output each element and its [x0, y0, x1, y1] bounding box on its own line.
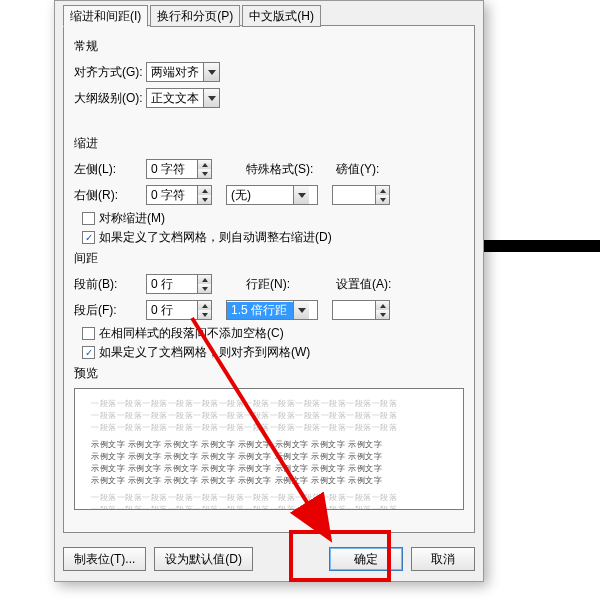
at-value-label: 设置值(A):	[336, 276, 398, 293]
indent-left-label: 左侧(L):	[74, 161, 146, 178]
alignment-label: 对齐方式(G):	[74, 64, 146, 81]
line-spacing-combo[interactable]: 1.5 倍行距	[226, 300, 318, 320]
tab-strip: 缩进和间距(I) 换行和分页(P) 中文版式(H)	[63, 4, 323, 26]
chevron-down-icon[interactable]	[293, 186, 309, 204]
ok-button[interactable]: 确定	[329, 547, 403, 571]
outline-level-combo[interactable]: 正文文本	[146, 88, 220, 108]
tab-line-page-breaks[interactable]: 换行和分页(P)	[150, 5, 240, 27]
button-bar: 制表位(T)... 设为默认值(D) 确定 取消	[63, 547, 475, 571]
space-before-label: 段前(B):	[74, 276, 146, 293]
mirror-indent-label: 对称缩进(M)	[99, 210, 165, 227]
chevron-down-icon[interactable]	[203, 63, 219, 81]
section-preview: 预览	[74, 365, 464, 382]
no-space-same-style-label: 在相同样式的段落间不添加空格(C)	[99, 325, 284, 342]
special-format-label: 特殊格式(S):	[246, 161, 318, 178]
indent-left-spinner[interactable]: 0 字符	[146, 159, 212, 179]
section-spacing: 间距	[74, 250, 464, 267]
background-stripe	[484, 240, 600, 252]
indent-right-label: 右侧(R):	[74, 187, 146, 204]
indent-right-spinner[interactable]: 0 字符	[146, 185, 212, 205]
chevron-down-icon[interactable]	[293, 301, 309, 319]
by-value-spinner[interactable]	[332, 185, 390, 205]
special-format-combo[interactable]: (无)	[226, 185, 318, 205]
snap-to-grid-label: 如果定义了文档网格，则对齐到网格(W)	[99, 344, 310, 361]
auto-adjust-right-checkbox[interactable]: ✓	[82, 231, 95, 244]
tab-panel: 常规 对齐方式(G): 两端对齐 大纲级别(O): 正文文本 缩进 左侧(L):…	[63, 25, 475, 533]
set-default-button[interactable]: 设为默认值(D)	[154, 547, 253, 571]
tab-asian-layout[interactable]: 中文版式(H)	[242, 5, 321, 27]
space-after-spinner[interactable]: 0 行	[146, 300, 212, 320]
outline-level-label: 大纲级别(O):	[74, 90, 146, 107]
alignment-combo[interactable]: 两端对齐	[146, 62, 220, 82]
section-general: 常规	[74, 38, 464, 55]
mirror-indent-checkbox[interactable]	[82, 212, 95, 225]
chevron-down-icon[interactable]	[203, 89, 219, 107]
space-after-label: 段后(F):	[74, 302, 146, 319]
line-spacing-label: 行距(N):	[246, 276, 306, 293]
paragraph-dialog: 缩进和间距(I) 换行和分页(P) 中文版式(H) 常规 对齐方式(G): 两端…	[54, 0, 484, 582]
no-space-same-style-checkbox[interactable]	[82, 327, 95, 340]
tabs-button[interactable]: 制表位(T)...	[63, 547, 146, 571]
auto-adjust-right-label: 如果定义了文档网格，则自动调整右缩进(D)	[99, 229, 332, 246]
section-indent: 缩进	[74, 135, 464, 152]
cancel-button[interactable]: 取消	[411, 547, 475, 571]
tab-indent-spacing[interactable]: 缩进和间距(I)	[63, 5, 148, 27]
at-value-spinner[interactable]	[332, 300, 390, 320]
space-before-spinner[interactable]: 0 行	[146, 274, 212, 294]
by-value-label: 磅值(Y):	[336, 161, 398, 178]
preview-box: 一段落一段落一段落一段落一段落一段落一段落一段落一段落一段落一段落一段落 一段落…	[74, 388, 464, 510]
snap-to-grid-checkbox[interactable]: ✓	[82, 346, 95, 359]
